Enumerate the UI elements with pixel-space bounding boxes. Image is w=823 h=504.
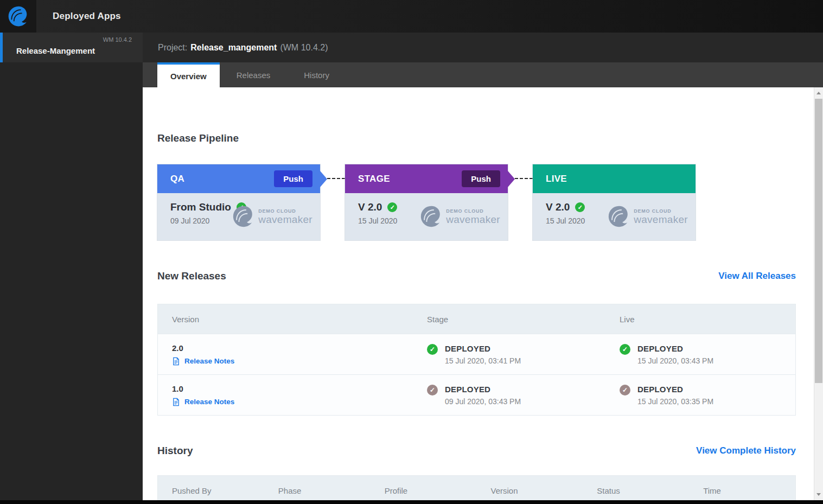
stage-time: 09 Jul 2020, 03:43 PM [445,397,521,406]
release-notes-label: Release Notes [184,398,234,406]
vertical-scrollbar[interactable] [814,87,823,500]
live-status: DEPLOYED [637,344,713,353]
live-deployed-check-icon [620,385,630,395]
qa-version-label: From Studio [170,201,231,213]
stage-card-body: V 2.0 15 Jul 2020 DEMO CLOUD wavemaker [345,193,508,240]
brand-demo-cloud: DEMO CLOUD [258,208,312,214]
sidebar: WM 10.4.2 Release-Mangement [0,33,143,500]
wavemaker-cloud-logo-icon [419,204,444,229]
document-icon [172,398,180,406]
stage-card-header: STAGE Push [345,164,508,193]
history-table: Pushed By Phase Profile Version Status T… [157,475,796,500]
live-version-label: V 2.0 [546,201,570,213]
live-success-check-icon [575,202,585,212]
column-version: Version [476,486,583,495]
top-bar: Deployed Apps [0,0,823,33]
page-title: Deployed Apps [53,11,121,22]
stage-deployed-check-icon [427,385,438,395]
overview-content: Release Pipeline QA Push From Studio 09 … [143,87,814,500]
new-releases-heading: New Releases [157,270,226,282]
stage-status: DEPLOYED [445,344,521,353]
sidebar-item-release-management[interactable]: WM 10.4.2 Release-Mangement [0,33,143,62]
stage-deployed-check-icon [427,344,438,355]
stage-time: 15 Jul 2020, 03:41 PM [445,356,521,365]
column-status: Status [583,486,689,495]
column-pushed-by: Pushed By [158,486,264,495]
sidebar-app-name: Release-Mangement [16,46,95,55]
scroll-down-arrow-icon[interactable] [814,490,823,499]
sidebar-app-version: WM 10.4.2 [103,36,132,43]
release-version: 1.0 [172,384,413,393]
live-card-body: V 2.0 15 Jul 2020 DEMO CLOUD wavemaker [533,193,696,240]
pipeline-stage-qa: QA Push From Studio 09 Jul 2020 [157,164,320,240]
project-header: Project: Release_mangement (WM 10.4.2) [143,33,823,62]
history-heading: History [157,445,193,457]
column-stage: Stage [413,315,605,324]
release-version: 2.0 [172,343,413,353]
qa-card-body: From Studio 09 Jul 2020 DEMO CLOUD wavem… [157,193,320,240]
document-icon [172,357,180,366]
brand-wavemaker: wavemaker [446,214,500,226]
qa-cloud-brand: DEMO CLOUD wavemaker [231,204,312,229]
history-table-header: Pushed By Phase Profile Version Status T… [158,476,795,500]
tab-overview[interactable]: Overview [157,62,220,87]
release-notes-link[interactable]: Release Notes [172,357,413,366]
release-row-2.0: 2.0 Release Notes [158,334,795,374]
deployed-apps-window: Deployed Apps WM 10.4.2 Release-Mangemen… [0,0,823,504]
release-pipeline-heading: Release Pipeline [157,132,239,144]
release-notes-link[interactable]: Release Notes [172,398,413,406]
scrollbar-thumb[interactable] [815,99,822,383]
live-time: 15 Jul 2020, 03:35 PM [637,397,713,406]
live-cloud-brand: DEMO CLOUD wavemaker [607,204,688,229]
new-releases-table: Version Stage Live 2.0 Rel [157,304,796,416]
stage-arrow-icon [508,171,515,187]
live-time: 15 Jul 2020, 03:43 PM [637,356,713,365]
stage-stage-name: STAGE [358,174,390,184]
pipeline-stage-stage: STAGE Push V 2.0 15 Jul 2020 [345,164,508,240]
column-time: Time [689,486,795,495]
qa-card-header: QA Push [157,164,320,193]
live-status: DEPLOYED [637,385,713,394]
column-profile: Profile [371,486,477,495]
qa-stage-name: QA [170,174,184,184]
column-live: Live [605,315,795,324]
view-complete-history-link[interactable]: View Complete History [696,445,796,456]
project-label: Project: [158,43,187,53]
release-notes-label: Release Notes [184,357,234,365]
view-all-releases-link[interactable]: View All Releases [718,271,796,282]
live-deployed-check-icon [620,344,630,355]
brand-demo-cloud: DEMO CLOUD [634,208,688,214]
brand-demo-cloud: DEMO CLOUD [446,208,500,214]
tab-bar: Overview Releases History [143,62,823,87]
column-version: Version [158,315,413,324]
release-pipeline: QA Push From Studio 09 Jul 2020 [157,164,796,240]
pipeline-stage-live: LIVE V 2.0 15 Jul 2020 [533,164,696,240]
project-name: Release_mangement [190,43,277,53]
qa-arrow-icon [320,171,327,187]
stage-version-label: V 2.0 [358,201,382,213]
stage-push-button[interactable]: Push [462,170,500,187]
project-version: (WM 10.4.2) [280,43,328,53]
wavemaker-logo-icon [7,5,30,28]
tab-history[interactable]: History [287,62,346,87]
release-row-1.0: 1.0 Release Notes [158,374,795,415]
stage-cloud-brand: DEMO CLOUD wavemaker [419,204,500,229]
scroll-up-arrow-icon[interactable] [814,88,823,98]
bottom-edge-bar [0,500,823,504]
brand-wavemaker: wavemaker [634,214,688,226]
new-releases-table-header: Version Stage Live [158,304,795,334]
live-card-header: LIVE [533,164,696,193]
stage-status: DEPLOYED [445,385,521,394]
qa-push-button[interactable]: Push [274,170,312,187]
wavemaker-logo[interactable] [0,0,36,33]
stage-success-check-icon [387,202,397,212]
wavemaker-cloud-logo-icon [607,204,631,229]
brand-wavemaker: wavemaker [258,214,312,226]
tab-releases[interactable]: Releases [220,62,288,87]
wavemaker-cloud-logo-icon [231,204,256,229]
column-phase: Phase [264,486,371,495]
live-stage-name: LIVE [546,174,567,184]
